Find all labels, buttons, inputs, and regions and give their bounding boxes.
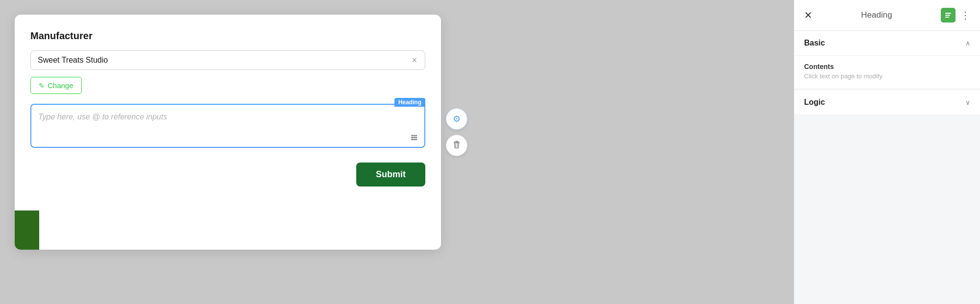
- contents-label: Contents: [804, 63, 970, 70]
- panel-heading-type-icon: [941, 8, 956, 23]
- panel-header-title: Heading: [861, 10, 892, 20]
- svg-point-1: [414, 135, 415, 137]
- modal-card: Manufacturer Sweet Treats Studio × ✎ Cha…: [15, 15, 441, 250]
- panel-more-button[interactable]: ⋮: [960, 10, 970, 20]
- trash-icon: [452, 140, 461, 151]
- svg-rect-13: [945, 13, 951, 14]
- floating-buttons-container: ⚙: [446, 108, 467, 156]
- change-button[interactable]: ✎ Change: [30, 77, 82, 94]
- text-icon: [944, 11, 952, 19]
- svg-point-3: [412, 137, 413, 139]
- manufacturer-input-wrapper: Sweet Treats Studio ×: [30, 50, 425, 70]
- panel-basic-content: Contents Click text on page to modify: [794, 56, 980, 89]
- svg-rect-14: [945, 15, 950, 16]
- change-button-label: Change: [48, 81, 74, 90]
- svg-rect-9: [455, 140, 458, 141]
- panel-logic-title: Logic: [804, 98, 825, 107]
- panel-close-button[interactable]: ✕: [804, 10, 812, 20]
- panel-header: ✕ Heading ⋮: [794, 0, 980, 31]
- panel-header-right: ⋮: [941, 8, 970, 23]
- edit-icon: ✎: [39, 82, 45, 90]
- svg-point-7: [414, 139, 415, 140]
- panel-logic-section: Logic ∨: [794, 90, 980, 115]
- main-canvas: Manufacturer Sweet Treats Studio × ✎ Cha…: [0, 0, 794, 304]
- svg-rect-10: [454, 141, 460, 142]
- panel-basic-section-header[interactable]: Basic ∧: [794, 31, 980, 56]
- heading-textarea-placeholder: Type here, use @ to reference inputs: [38, 113, 167, 121]
- manufacturer-input-value: Sweet Treats Studio: [38, 56, 411, 65]
- svg-rect-15: [945, 17, 949, 18]
- heading-badge: Heading: [394, 98, 425, 107]
- svg-point-2: [416, 135, 417, 137]
- heading-dots-button[interactable]: [410, 133, 418, 142]
- modal-title: Manufacturer: [30, 30, 425, 42]
- settings-floating-button[interactable]: ⚙: [446, 108, 467, 130]
- submit-button[interactable]: Submit: [356, 163, 425, 187]
- delete-floating-button[interactable]: [446, 135, 467, 156]
- svg-point-5: [416, 137, 417, 139]
- dots-grid-icon: [410, 133, 418, 142]
- manufacturer-clear-button[interactable]: ×: [411, 56, 418, 65]
- right-panel: ✕ Heading ⋮ Basic ∧ Contents Click text …: [794, 0, 980, 304]
- panel-basic-title: Basic: [804, 39, 825, 47]
- bg-green-corner: [15, 210, 39, 250]
- panel-logic-section-header[interactable]: Logic ∨: [794, 90, 980, 115]
- svg-point-4: [414, 137, 415, 139]
- logic-chevron-icon: ∨: [965, 98, 970, 106]
- svg-point-6: [412, 139, 413, 140]
- panel-basic-section: Basic ∧ Contents Click text on page to m…: [794, 31, 980, 89]
- heading-textarea-wrapper[interactable]: Heading Type here, use @ to reference in…: [30, 104, 425, 148]
- svg-point-8: [416, 139, 417, 140]
- contents-hint: Click text on page to modify: [804, 72, 970, 80]
- svg-point-0: [412, 135, 413, 137]
- basic-chevron-icon: ∧: [965, 39, 970, 47]
- gear-icon: ⚙: [453, 114, 461, 124]
